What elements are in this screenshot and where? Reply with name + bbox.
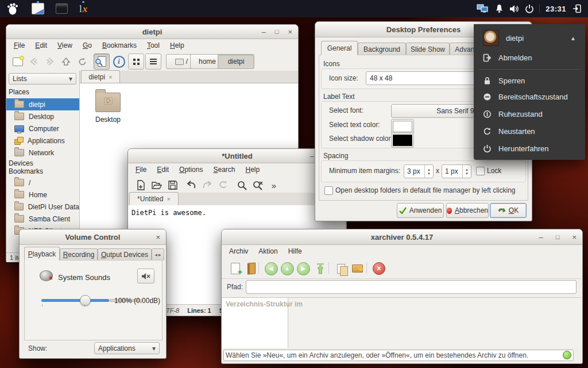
menu-file[interactable]: File bbox=[130, 164, 152, 175]
show-combo[interactable]: Applications ▾ bbox=[94, 342, 160, 354]
tab-close-icon[interactable]: × bbox=[167, 195, 170, 202]
network-indicator[interactable] bbox=[474, 1, 492, 16]
menu-bookmarks[interactable]: Bookmarks bbox=[97, 40, 142, 51]
fm-titlebar[interactable]: dietpi – □ × bbox=[6, 25, 298, 39]
menu-help[interactable]: Help bbox=[240, 164, 265, 175]
session-user-row[interactable]: dietpi ▲ bbox=[474, 29, 585, 47]
menu-help[interactable]: Help bbox=[165, 40, 189, 51]
cancel-button[interactable]: Abbrechen bbox=[446, 203, 489, 218]
collapse-arrow-icon[interactable]: ▲ bbox=[570, 35, 576, 41]
forward-button[interactable] bbox=[42, 53, 58, 70]
volume-titlebar[interactable]: Volume Control × bbox=[20, 229, 166, 245]
sidebar-item-network[interactable]: Network bbox=[6, 147, 79, 159]
root-button[interactable] bbox=[312, 260, 328, 277]
notifications-indicator[interactable] bbox=[492, 1, 506, 16]
back-button[interactable] bbox=[26, 53, 42, 70]
find-files-button[interactable] bbox=[94, 53, 110, 70]
minimize-button[interactable]: – bbox=[262, 28, 266, 36]
menu-edit[interactable]: Edit bbox=[30, 40, 52, 51]
menu-item-hibernate[interactable]: Ruhezustand bbox=[474, 106, 585, 122]
properties-button[interactable]: i bbox=[111, 53, 127, 70]
tab-playback[interactable]: Playback bbox=[24, 247, 60, 260]
mute-button[interactable] bbox=[137, 269, 154, 283]
menu-item-logout[interactable]: Abmelden bbox=[474, 49, 585, 66]
refresh-button[interactable] bbox=[74, 53, 90, 70]
search-button[interactable] bbox=[234, 177, 250, 193]
apply-button[interactable]: Anwenden bbox=[397, 203, 444, 218]
close-button[interactable]: × bbox=[288, 28, 292, 36]
close-button[interactable]: × bbox=[156, 233, 160, 241]
tab-recording[interactable]: Recording bbox=[60, 248, 98, 260]
new-archive-button[interactable]: + bbox=[227, 260, 243, 277]
shadow-color-button[interactable] bbox=[391, 133, 414, 148]
xarchiver-titlebar[interactable]: xarchiver 0.5.4.17 – □ × bbox=[222, 229, 582, 245]
editor-tab-untitled[interactable]: *Untitled × bbox=[129, 192, 179, 205]
stop-button[interactable]: × bbox=[371, 260, 387, 277]
spinner-arrows[interactable]: ▲▼ bbox=[462, 165, 471, 178]
margin-x-spinner[interactable]: 3 px ▲▼ bbox=[404, 164, 434, 178]
tab-general[interactable]: General bbox=[321, 41, 358, 55]
file-manager-launcher[interactable] bbox=[29, 1, 47, 16]
minimize-button[interactable]: – bbox=[539, 233, 543, 241]
replace-button[interactable] bbox=[250, 177, 266, 193]
up-button[interactable] bbox=[58, 53, 74, 70]
menu-view[interactable]: View bbox=[52, 40, 78, 51]
maximize-button[interactable]: □ bbox=[556, 234, 560, 240]
sidebar-item-computer[interactable]: Computer bbox=[6, 122, 79, 135]
tab-output-devices[interactable]: Output Devices bbox=[98, 248, 152, 260]
up-button[interactable]: ▲ bbox=[279, 260, 295, 277]
menu-item-suspend[interactable]: Bereitschaftszustand bbox=[474, 89, 585, 105]
menu-aktion[interactable]: Aktion bbox=[253, 246, 283, 257]
new-tab-button[interactable] bbox=[10, 53, 26, 70]
undo-button[interactable] bbox=[183, 177, 199, 193]
file-list-panel[interactable] bbox=[288, 297, 581, 348]
open-button[interactable] bbox=[149, 177, 165, 193]
tab-scroll-right-icon[interactable]: ▸ bbox=[158, 252, 161, 258]
menu-go[interactable]: Go bbox=[78, 40, 97, 51]
tab-slide-show[interactable]: Slide Show bbox=[406, 43, 450, 55]
menu-item-restart[interactable]: Neustarten bbox=[474, 123, 585, 139]
terminal-launcher[interactable] bbox=[53, 1, 71, 16]
menu-tool[interactable]: Tool bbox=[142, 40, 165, 51]
back-button[interactable]: ◀ bbox=[263, 260, 279, 277]
add-files-button[interactable] bbox=[333, 260, 349, 277]
menu-item-lock[interactable]: Sperren bbox=[474, 72, 585, 89]
bookmark-samba-client[interactable]: Samba Client bbox=[6, 213, 79, 225]
sidebar-item-desktop[interactable]: Desktop bbox=[6, 110, 79, 122]
bookmark-dietpi-user-data[interactable]: DietPi User Data bbox=[6, 201, 79, 213]
menu-edit[interactable]: Edit bbox=[152, 164, 174, 175]
sidebar-item-applications[interactable]: Applications bbox=[6, 135, 79, 147]
list-view-button[interactable] bbox=[145, 53, 161, 70]
path-current-button[interactable]: dietpi bbox=[218, 54, 254, 69]
path-entry[interactable] bbox=[246, 280, 577, 294]
maximize-button[interactable]: □ bbox=[275, 29, 279, 35]
toolbar-overflow-button[interactable]: » bbox=[266, 177, 282, 193]
sidebar-mode-combo[interactable]: Lists ▾ bbox=[9, 73, 76, 85]
spinner-arrows[interactable]: ▲▼ bbox=[424, 165, 433, 178]
fm-tab-dietpi[interactable]: dietpi × bbox=[81, 70, 120, 83]
file-item-desktop[interactable]: Desktop bbox=[88, 93, 128, 124]
power-indicator[interactable] bbox=[522, 1, 537, 16]
refresh-button[interactable] bbox=[215, 177, 231, 193]
redo-button[interactable] bbox=[199, 177, 215, 193]
menu-item-shutdown[interactable]: Herunterfahren bbox=[474, 140, 585, 156]
tab-close-icon[interactable]: × bbox=[109, 74, 112, 80]
logout-button[interactable] bbox=[570, 1, 585, 16]
applications-menu-button[interactable] bbox=[3, 1, 22, 16]
clock[interactable]: 23:31 bbox=[542, 5, 570, 13]
new-document-button[interactable] bbox=[133, 177, 149, 193]
minimize-button[interactable]: – bbox=[310, 152, 314, 160]
text-color-button[interactable] bbox=[391, 119, 414, 134]
volume-slider-handle[interactable] bbox=[80, 295, 91, 306]
bookmark-home[interactable]: Home bbox=[6, 189, 79, 201]
volume-indicator[interactable] bbox=[506, 1, 522, 16]
tab-scroll-buttons[interactable]: ◂ ▸ bbox=[152, 248, 164, 260]
open-archive-button[interactable] bbox=[243, 260, 260, 277]
sidebar-item-dietpi[interactable]: dietpi bbox=[6, 98, 79, 110]
bookmark-root[interactable]: / bbox=[6, 177, 79, 189]
tab-scroll-left-icon[interactable]: ◂ bbox=[154, 252, 157, 258]
ok-button[interactable]: OK bbox=[490, 203, 527, 218]
text-editor-launcher[interactable]: lx bbox=[76, 1, 90, 16]
editor-titlebar[interactable]: *Untitled – □ × bbox=[128, 149, 346, 163]
menu-archiv[interactable]: Archiv bbox=[224, 246, 253, 257]
